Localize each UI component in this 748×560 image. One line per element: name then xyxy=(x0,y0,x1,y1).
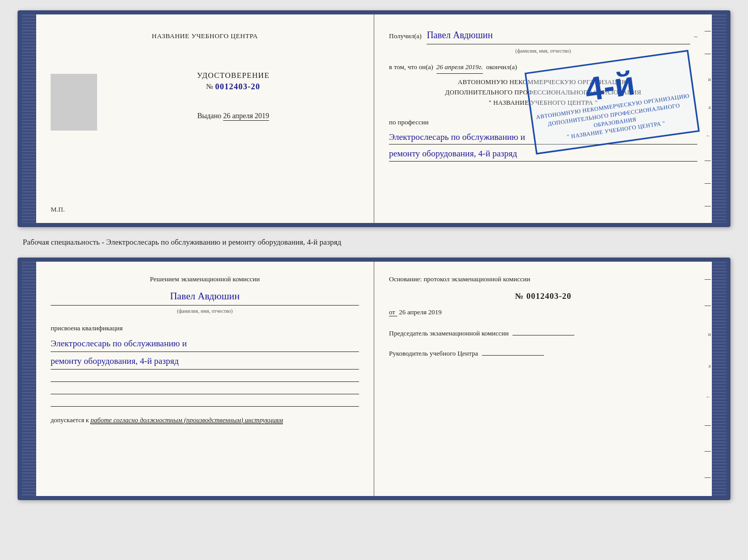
completion-date: 26 апреля 2019г. xyxy=(437,61,483,73)
protocol-number: 0012403-20 xyxy=(526,292,571,300)
received-label: Получил(а) xyxy=(389,30,422,42)
fio-label-bottom: (фамилия, имя, отчество) xyxy=(51,307,359,316)
binding-left-bottom xyxy=(22,262,36,496)
profession-label: по профессии xyxy=(389,116,697,128)
right-edge-decoration-bottom: и а ← xyxy=(704,262,712,496)
issued-date: 26 апреля 2019 xyxy=(223,112,269,121)
qualification-line2: ремонту оборудования, 4-й разряд xyxy=(51,354,359,370)
specialty-text: Рабочая специальность - Электрослесарь п… xyxy=(23,238,341,246)
bottom-right-page: Основание: протокол экзаменационной коми… xyxy=(375,262,712,496)
binding-left xyxy=(22,14,36,223)
finished-label: окончил(а) xyxy=(486,61,517,73)
date-prefix: в том, что он(а) xyxy=(389,61,433,73)
bottom-person-name: Павел Авдюшин xyxy=(51,287,359,306)
bottom-document-spread: Решением экзаменационной комиссии Павел … xyxy=(18,258,730,500)
photo-placeholder xyxy=(51,74,97,131)
top-left-page: НАЗВАНИЕ УЧЕБНОГО ЦЕНТРА УДОСТОВЕРЕНИЕ №… xyxy=(36,14,375,223)
cert-number: 0012403-20 xyxy=(215,82,260,91)
top-document-spread: НАЗВАНИЕ УЧЕБНОГО ЦЕНТРА УДОСТОВЕРЕНИЕ №… xyxy=(18,10,730,227)
chairman-label: Председатель экзаменационной комиссии xyxy=(389,329,509,337)
binding-right-bottom xyxy=(712,262,726,496)
cert-word: УДОСТОВЕРЕНИЕ xyxy=(197,71,270,80)
profession-line2: ремонту оборудования, 4-й разряд xyxy=(389,147,697,161)
org-line2: ДОПОЛНИТЕЛЬНОГО ПРОФЕССИОНАЛЬНОГО ОБРАЗО… xyxy=(389,87,697,98)
top-right-page: Получил(а) Павел Авдюшин – (фамилия, имя… xyxy=(375,14,712,223)
qualification-label: присвоена квалификация xyxy=(51,322,359,334)
org-line1: АВТОНОМНУЮ НЕКОММЕРЧЕСКУЮ ОРГАНИЗАЦИЮ xyxy=(389,77,697,87)
recipient-name: Павел Авдюшин xyxy=(427,27,690,44)
org-line3: " НАЗВАНИЕ УЧЕБНОГО ЦЕНТРА " xyxy=(389,98,697,108)
right-edge-decoration: и а ← xyxy=(704,14,712,223)
binding-right xyxy=(712,14,726,223)
bottom-left-page: Решением экзаменационной комиссии Павел … xyxy=(36,262,375,496)
chairman-signature-line xyxy=(512,328,574,335)
director-signature-line xyxy=(482,348,544,356)
profession-section: по профессии Электрослесарь по обслужива… xyxy=(389,116,697,162)
basis-label: Основание: протокол экзаменационной коми… xyxy=(389,275,530,283)
protocol-prefix: № xyxy=(515,292,524,300)
specialty-label: Рабочая специальность - Электрослесарь п… xyxy=(18,236,730,248)
cert-number-prefix: № xyxy=(206,83,213,91)
profession-line1: Электрослесарь по обслуживанию и xyxy=(389,130,697,145)
commission-text: Решением экзаменационной комиссии xyxy=(150,275,260,283)
mp-label: М.П. xyxy=(51,205,65,214)
issued-label: Выдано xyxy=(197,112,222,120)
school-name-top: НАЗВАНИЕ УЧЕБНОГО ЦЕНТРА xyxy=(51,32,359,40)
protocol-date: 26 апреля 2019 xyxy=(399,308,442,316)
fio-label-top: (фамилия, имя, отчество) xyxy=(389,46,697,56)
date-prefix-bottom: от xyxy=(389,308,397,316)
director-label: Руководитель учебного Центра xyxy=(389,349,478,357)
qualification-line1: Электрослесарь по обслуживанию и xyxy=(51,337,359,352)
allowed-prefix: допускается к xyxy=(51,417,89,424)
allowed-text: работе согласно должностным (производств… xyxy=(90,416,283,424)
org-block: АВТОНОМНУЮ НЕКОММЕРЧЕСКУЮ ОРГАНИЗАЦИЮ ДО… xyxy=(389,77,697,108)
dash: – xyxy=(694,30,698,42)
